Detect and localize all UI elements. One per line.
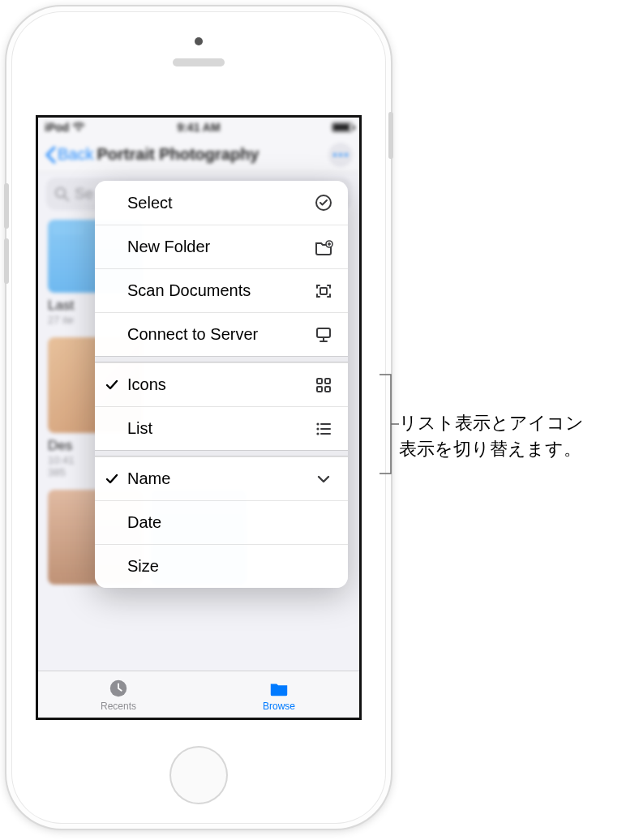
svg-point-11	[316, 427, 319, 430]
grid-icon	[314, 375, 333, 395]
earpiece	[173, 58, 225, 66]
svg-point-0	[56, 187, 65, 196]
svg-rect-9	[325, 387, 330, 392]
volume-down-button	[4, 238, 9, 284]
menu-item-connect-server[interactable]: Connect to Server	[95, 312, 348, 356]
menu-label: Scan Documents	[127, 281, 314, 300]
callout-text: リスト表示とアイコン 表示を切り替えます。	[399, 410, 584, 462]
power-button	[388, 112, 393, 159]
svg-rect-8	[317, 387, 322, 392]
tab-recents[interactable]: Recents	[38, 671, 199, 718]
svg-line-1	[64, 196, 68, 200]
menu-item-new-folder[interactable]: New Folder	[95, 225, 348, 268]
callout-line: リスト表示とアイコン	[399, 410, 584, 436]
menu-label: List	[127, 419, 314, 438]
menu-item-select[interactable]: Select	[95, 181, 348, 225]
tab-bar: Recents Browse	[38, 671, 359, 718]
menu-label: Size	[127, 557, 333, 576]
tab-label: Recents	[101, 701, 136, 712]
carrier-label: iPod	[45, 121, 69, 134]
back-label: Back	[58, 145, 93, 164]
svg-rect-4	[320, 288, 327, 294]
svg-point-12	[316, 432, 319, 435]
select-icon	[314, 193, 333, 212]
menu-item-scan-documents[interactable]: Scan Documents	[95, 268, 348, 312]
menu-label: Name	[127, 469, 314, 488]
clock-icon	[107, 678, 130, 699]
clock: 9:41 AM	[177, 121, 220, 134]
menu-label: Connect to Server	[127, 325, 314, 344]
front-camera	[195, 37, 203, 45]
menu-item-list-view[interactable]: List	[95, 406, 348, 450]
status-bar: iPod 9:41 AM	[38, 118, 359, 137]
menu-item-icons-view[interactable]: Icons	[95, 362, 348, 406]
device-frame: iPod 9:41 AM Back Portra	[6, 6, 391, 829]
tab-label: Browse	[263, 701, 295, 712]
svg-rect-5	[317, 328, 330, 337]
menu-item-sort-date[interactable]: Date	[95, 500, 348, 544]
back-button[interactable]: Back	[45, 145, 93, 164]
tab-browse[interactable]: Browse	[199, 671, 359, 718]
list-icon	[314, 419, 333, 439]
volume-up-button	[4, 183, 9, 229]
svg-rect-7	[325, 379, 330, 384]
menu-label: Icons	[127, 375, 314, 394]
checkmark-icon	[105, 378, 119, 392]
chevron-left-icon	[45, 146, 56, 164]
screen: iPod 9:41 AM Back Portra	[36, 115, 362, 720]
menu-label: Select	[127, 194, 314, 212]
checkmark-icon	[105, 472, 119, 486]
menu-item-sort-name[interactable]: Name	[95, 456, 348, 500]
svg-rect-6	[317, 379, 322, 384]
folder-icon	[268, 678, 290, 699]
menu-item-sort-size[interactable]: Size	[95, 544, 348, 588]
search-placeholder: Se	[75, 185, 93, 203]
actions-popover: Select New Folder Scan Documents	[95, 181, 348, 588]
page-title: Portrait Photography	[96, 145, 325, 164]
nav-bar: Back Portrait Photography	[38, 137, 359, 173]
callout-bracket	[380, 373, 399, 475]
search-icon	[54, 186, 70, 202]
server-icon	[314, 325, 333, 345]
svg-point-10	[316, 422, 319, 425]
chevron-down-icon	[314, 469, 333, 489]
callout-line: 表示を切り替えます。	[399, 436, 584, 462]
home-button[interactable]	[169, 746, 228, 804]
battery-icon	[332, 122, 353, 132]
ellipsis-icon	[333, 153, 348, 156]
device-bezel: iPod 9:41 AM Back Portra	[11, 11, 386, 824]
menu-label: New Folder	[127, 238, 314, 256]
new-folder-icon	[314, 238, 333, 257]
wifi-icon	[72, 122, 85, 132]
menu-divider	[95, 450, 348, 456]
scan-icon	[314, 281, 333, 301]
menu-divider	[95, 356, 348, 362]
more-button[interactable]	[328, 143, 353, 167]
menu-label: Date	[127, 513, 333, 532]
